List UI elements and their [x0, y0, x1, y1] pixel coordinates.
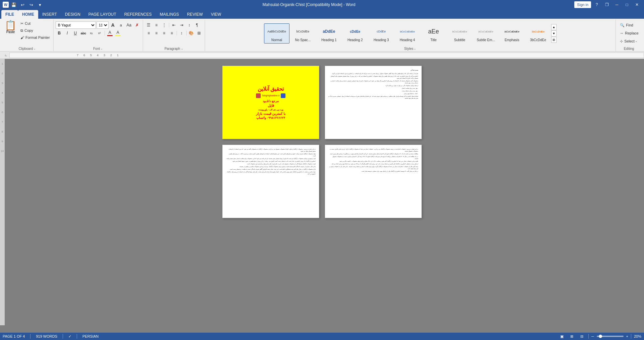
- tab-view[interactable]: VIEW: [207, 10, 225, 19]
- page2-text: بسمه تعالی عبارتند از: ترکیبات آلی که از…: [328, 69, 418, 99]
- zoom-level[interactable]: 20%: [634, 334, 641, 338]
- styles-expand-button[interactable]: ⊞: [551, 37, 557, 43]
- decrease-indent-button[interactable]: ⇤: [170, 21, 178, 29]
- style-subtle-emphasis[interactable]: bCcCdDdEe Subtle Em...: [473, 23, 499, 44]
- minimize-btn[interactable]: ─: [613, 0, 621, 9]
- style-heading1[interactable]: aDdEe Heading 1: [316, 23, 342, 44]
- tab-home[interactable]: HOME: [18, 10, 38, 19]
- style-emphasis[interactable]: bCcCdDdEe Emphasis: [499, 23, 525, 44]
- find-button[interactable]: 🔍 Find: [618, 21, 640, 29]
- title-bar-left: W 💾 ↩ ↪ ▾: [3, 1, 44, 8]
- page1-ref: مرجع دانلـود: [263, 99, 279, 103]
- close-btn[interactable]: ✕: [633, 0, 641, 9]
- styles-scroll-up-button[interactable]: ▲: [551, 24, 557, 30]
- shading-button[interactable]: 🎨: [188, 29, 195, 37]
- bullets-button[interactable]: ☰: [145, 21, 152, 29]
- bold-button[interactable]: B: [56, 29, 63, 37]
- web-view-button[interactable]: ⊟: [578, 334, 586, 339]
- style-3bcc[interactable]: 3bCcDdEe 3bCcDdEe: [525, 23, 551, 44]
- style-heading4[interactable]: bCcCdDdEe Heading 4: [395, 23, 420, 44]
- style-title[interactable]: aEe Title: [421, 23, 446, 44]
- page1-url: Tahghighonline.ir: [262, 94, 280, 97]
- clear-format-button[interactable]: ✗: [133, 21, 141, 29]
- font-size-select[interactable]: 11: [96, 21, 109, 29]
- tab-design[interactable]: DESIGN: [61, 10, 84, 19]
- zoom-slider[interactable]: [597, 336, 624, 337]
- line-spacing-button[interactable]: ↕: [178, 29, 185, 37]
- format-painter-button[interactable]: 🖌 Format Painter: [19, 34, 51, 41]
- italic-button[interactable]: I: [64, 29, 71, 37]
- title-bar-right: Sign in ? ❐ ─ □ ✕: [574, 0, 641, 9]
- cut-button[interactable]: ✂ Cut: [19, 20, 51, 27]
- replace-label: Replace: [625, 31, 638, 35]
- numbering-button[interactable]: ≡: [153, 21, 160, 29]
- ruler-mark-1: 1: [117, 54, 119, 57]
- select-button[interactable]: ⊹ Select -: [618, 37, 640, 45]
- change-case-button[interactable]: Aa: [125, 21, 133, 29]
- clipboard-group-label[interactable]: Clipboard ⌄: [18, 46, 36, 51]
- justify-button[interactable]: ≡: [168, 29, 176, 37]
- styles-group-label[interactable]: Styles ⌄: [404, 46, 416, 51]
- qat-undo-btn[interactable]: ↩: [19, 1, 26, 8]
- style-nospace[interactable]: bCcDdEe No Spac...: [290, 23, 316, 44]
- styles-group: AaBbCcDdEe Normal bCcDdEe No Spac... aDd…: [205, 19, 616, 51]
- align-left-button[interactable]: ≡: [145, 29, 152, 37]
- font-group-label[interactable]: Font ⌄: [93, 46, 103, 51]
- print-view-button[interactable]: ▣: [558, 334, 566, 339]
- restore-btn[interactable]: ❐: [602, 0, 611, 9]
- tab-page-layout[interactable]: PAGE LAYOUT: [84, 10, 120, 19]
- align-right-button[interactable]: ≡: [160, 29, 168, 37]
- ribbon: 📋 Paste ✂ Cut ⧉ Copy 🖌 Format Painter C: [0, 19, 644, 52]
- page-1[interactable]: تحقیق آنلاین Tahghighonline.ir مرجع دانل…: [222, 66, 319, 139]
- status-sep4: [588, 334, 589, 339]
- multilevel-button[interactable]: ⋮: [160, 21, 168, 29]
- style-heading2[interactable]: cDdEe Heading 2: [342, 23, 368, 44]
- grow-font-button[interactable]: A: [109, 21, 117, 29]
- underline-button[interactable]: U: [72, 29, 79, 37]
- page-3[interactable]: در این بخش به بررسی محصولات ارگانیک و تف…: [222, 145, 319, 218]
- replace-button[interactable]: ↔ Replace: [618, 29, 640, 37]
- strikethrough-button[interactable]: abc: [80, 29, 87, 37]
- page-2[interactable]: بسمه تعالی عبارتند از: ترکیبات آلی که از…: [325, 66, 422, 139]
- zoom-minus-btn[interactable]: ─: [591, 334, 594, 338]
- sort-button[interactable]: ↕: [186, 21, 193, 29]
- show-para-button[interactable]: ¶: [193, 21, 201, 29]
- qat-more-btn[interactable]: ▾: [36, 1, 44, 8]
- ruler-corner[interactable]: ⊾: [5, 54, 8, 57]
- shrink-font-button[interactable]: a: [117, 21, 125, 29]
- word-icon: W: [3, 2, 9, 8]
- tab-insert[interactable]: INSERT: [38, 10, 61, 19]
- style-heading3[interactable]: cDdEe Heading 3: [369, 23, 394, 44]
- paste-button[interactable]: 📋 Paste: [3, 20, 18, 34]
- copy-button[interactable]: ⧉ Copy: [19, 27, 51, 34]
- qat-save-btn[interactable]: 💾: [10, 1, 17, 8]
- subscript-button[interactable]: x₂: [88, 29, 95, 37]
- highlight-button[interactable]: A: [114, 29, 122, 37]
- editing-group-label[interactable]: Editing: [624, 46, 635, 51]
- align-center-button[interactable]: ≡: [153, 29, 160, 37]
- zoom-plus-btn[interactable]: +: [626, 334, 628, 338]
- read-view-button[interactable]: ⊞: [568, 334, 576, 339]
- help-btn[interactable]: ?: [592, 0, 601, 9]
- styles-scroll-down-button[interactable]: ▼: [551, 30, 557, 36]
- maximize-btn[interactable]: □: [623, 0, 631, 9]
- paragraph-group-label[interactable]: Paragraph ⌄: [165, 46, 183, 51]
- ruler-v-2: 2: [2, 72, 3, 75]
- font-name-select[interactable]: B Yagut: [56, 21, 96, 29]
- page-4[interactable]: در این فصل به بررسی تحقیقات انجام شده در…: [325, 145, 422, 218]
- tab-references[interactable]: REFERENCES: [120, 10, 156, 19]
- tab-file[interactable]: FILE: [1, 10, 18, 19]
- style-normal[interactable]: AaBbCcDdEe Normal: [264, 23, 289, 44]
- style-subtitle[interactable]: bCcCdDdEe Subtitle: [447, 23, 472, 44]
- border-button[interactable]: ⊞: [195, 29, 203, 37]
- signin-button[interactable]: Sign in: [574, 1, 591, 8]
- editing-group: 🔍 Find ↔ Replace ⊹ Select - Editing: [616, 19, 643, 51]
- qat-redo-btn[interactable]: ↪: [27, 1, 35, 8]
- superscript-button[interactable]: x²: [96, 29, 103, 37]
- increase-indent-button[interactable]: ⇥: [178, 21, 185, 29]
- para-div2: [177, 31, 177, 35]
- font-divider1: [105, 31, 105, 35]
- tab-review[interactable]: REVIEW: [183, 10, 207, 19]
- text-color-button[interactable]: A: [106, 29, 114, 37]
- tab-mailings[interactable]: MAILINGS: [156, 10, 183, 19]
